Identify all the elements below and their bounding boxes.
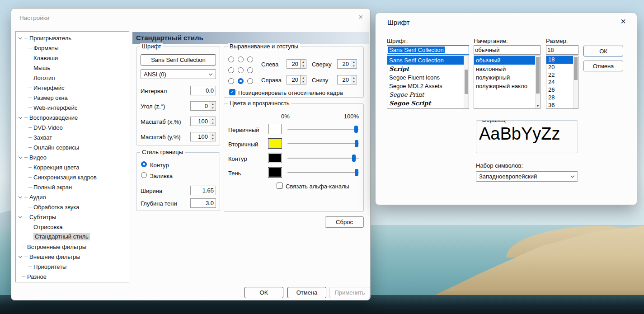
spinner-up-icon[interactable]: ▲ (210, 102, 216, 106)
list-item[interactable]: полужирный накло (474, 82, 535, 90)
slider-thumb[interactable] (354, 126, 358, 133)
tree-item[interactable]: Размер окна (16, 93, 129, 103)
list-item[interactable]: Segoe Script (387, 99, 464, 108)
chevron-down-icon[interactable] (19, 254, 22, 258)
scale-y-field[interactable]: 100 (190, 132, 210, 141)
tree-item[interactable]: Синхронизация кадров (16, 172, 129, 182)
scrollbar[interactable]: ▼ (535, 56, 540, 108)
border-width-field[interactable]: 1.65 (190, 186, 216, 195)
spinner[interactable]: ▲▼ (301, 59, 306, 69)
charset-combo[interactable]: Западноевропейский (476, 171, 578, 182)
angle-field[interactable]: 0 (190, 101, 210, 111)
scale-x-field[interactable]: 100 (190, 117, 210, 126)
list-item[interactable]: Script (387, 65, 464, 73)
tree-item[interactable]: Отрисовка (16, 222, 129, 232)
slider-thumb[interactable] (352, 155, 356, 162)
tree-item[interactable]: Обработка звука (16, 202, 129, 212)
color-swatch[interactable] (268, 153, 282, 163)
reset-button[interactable]: Сброс (325, 216, 364, 228)
spinner-down-icon[interactable]: ▼ (301, 80, 306, 84)
spinner[interactable]: ▲▼ (301, 75, 306, 84)
spinner[interactable]: ▲▼ (210, 132, 216, 141)
list-item[interactable]: 36 (546, 102, 573, 109)
chevron-down-icon[interactable] (19, 215, 22, 218)
fill-radio[interactable] (141, 172, 147, 178)
scrollbar-thumb[interactable] (536, 57, 540, 94)
tree-item[interactable]: Разное (16, 272, 129, 281)
chevron-down-icon[interactable] (19, 195, 22, 198)
align-radio[interactable] (238, 78, 244, 84)
alpha-slider[interactable] (287, 126, 359, 133)
margin-left-field[interactable]: 20 (287, 59, 301, 69)
spinner-up-icon[interactable]: ▲ (351, 75, 357, 80)
tree-item[interactable]: Форматы (16, 43, 129, 53)
cancel-button[interactable]: Отмена (583, 61, 623, 71)
spinner-up-icon[interactable]: ▲ (301, 75, 306, 80)
tree-item[interactable]: Захват (16, 132, 129, 142)
align-radio[interactable] (228, 56, 234, 62)
tree-item[interactable]: Воспроизведение (16, 112, 129, 122)
margin-top-field[interactable]: 20 (337, 59, 351, 69)
color-swatch[interactable] (268, 124, 282, 134)
chevron-down-icon[interactable] (19, 115, 22, 119)
align-radio[interactable] (228, 67, 234, 73)
spinner[interactable]: ▲▼ (210, 101, 216, 111)
spinner[interactable]: ▲▼ (351, 59, 357, 69)
ok-button[interactable]: OK (244, 287, 283, 298)
shadow-depth-field[interactable]: 3.0 (190, 198, 216, 208)
list-item[interactable]: 20 (546, 64, 573, 71)
list-item[interactable]: 28 (546, 94, 573, 102)
list-item[interactable]: 24 (546, 79, 573, 86)
list-item[interactable]: Segoe MDL2 Assets (387, 82, 464, 90)
alpha-slider[interactable] (287, 155, 359, 162)
close-icon[interactable]: × (620, 16, 626, 27)
list-item[interactable]: наклонный (474, 65, 535, 73)
spinner-up-icon[interactable]: ▲ (351, 60, 357, 64)
spinner[interactable]: ▲▼ (210, 117, 216, 126)
tree-item[interactable]: DVD-Video (16, 122, 129, 132)
spinner-down-icon[interactable]: ▼ (210, 106, 216, 111)
slider-thumb[interactable] (355, 169, 358, 176)
spinner-up-icon[interactable]: ▲ (210, 117, 216, 122)
tree-item[interactable]: Аудио (16, 192, 129, 202)
spinner-up-icon[interactable]: ▲ (301, 60, 306, 64)
tree-item[interactable]: Субтитры (16, 212, 129, 222)
font-size-input[interactable]: 18 (546, 45, 578, 55)
font-style-input[interactable]: обычный (474, 45, 541, 55)
list-item[interactable]: Segoe Print (387, 90, 464, 99)
tree-item[interactable]: Онлайн сервисы (16, 142, 129, 152)
chevron-down-icon[interactable] (19, 155, 22, 159)
tree-item[interactable]: Встроенные фильтры (16, 242, 129, 252)
tree-item[interactable]: Видео (16, 152, 129, 162)
font-select-button[interactable]: Sans Serif Collection (141, 54, 216, 66)
list-item[interactable]: 18 (546, 56, 573, 64)
spinner-down-icon[interactable]: ▼ (301, 64, 306, 69)
close-icon[interactable]: × (358, 13, 363, 22)
chevron-down-icon[interactable] (19, 36, 22, 39)
spinner-down-icon[interactable]: ▼ (210, 137, 216, 141)
font-name-input[interactable]: Sans Serif Collection (387, 45, 469, 55)
scrollbar-thumb[interactable] (465, 70, 468, 94)
alpha-slider[interactable] (287, 140, 359, 147)
spinner-down-icon[interactable]: ▼ (210, 122, 216, 126)
spinner-down-icon[interactable]: ▼ (351, 64, 357, 69)
tree-item[interactable]: Мышь (16, 63, 129, 73)
list-item[interactable]: 26 (546, 86, 573, 94)
color-swatch[interactable] (268, 167, 282, 178)
list-item[interactable]: 22 (546, 71, 573, 79)
align-radio[interactable] (247, 67, 253, 73)
list-item[interactable]: обычный (474, 56, 535, 65)
list-item[interactable]: полужирный (474, 73, 535, 82)
align-radio[interactable] (228, 78, 234, 84)
slider-thumb[interactable] (355, 140, 358, 147)
tree-item[interactable]: Интерфейс (16, 83, 129, 93)
tree-item[interactable]: Клавиши (16, 53, 129, 63)
tree-item[interactable]: Web-интерфейс (16, 103, 129, 112)
link-alpha-checkbox[interactable] (277, 183, 283, 189)
tree-item[interactable]: Внешние фильтры (16, 252, 129, 262)
scrollbar[interactable] (573, 56, 578, 108)
tree-item[interactable]: Стандартный стиль (16, 232, 129, 242)
list-item[interactable]: Sans Serif Collection (387, 56, 464, 65)
spacing-field[interactable]: 0.0 (190, 86, 216, 95)
tree-item[interactable]: Логотип (16, 73, 129, 83)
